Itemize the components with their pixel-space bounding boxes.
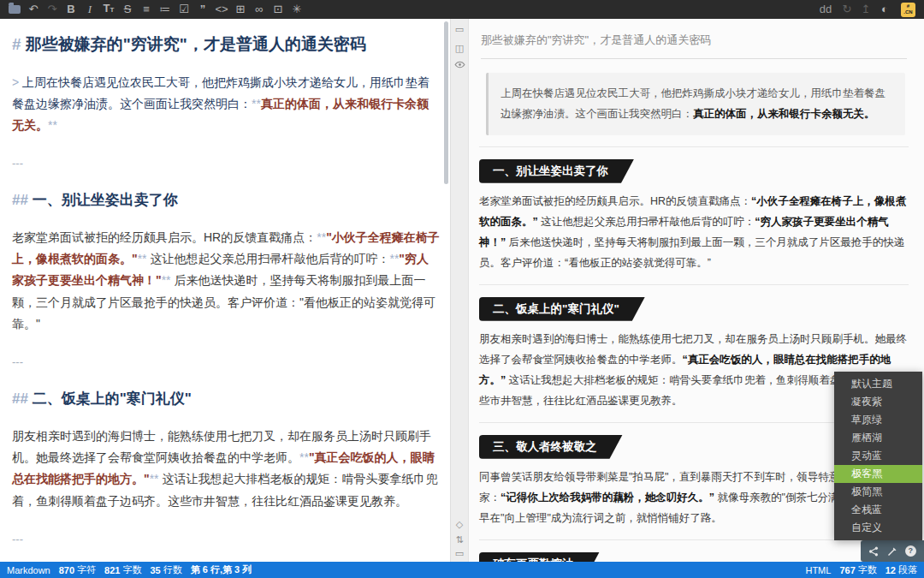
status-cursor-position: 第 6 行,第 3 列 [191,563,252,576]
theme-item-custom[interactable]: 自定义 [834,519,922,537]
preview-divider [479,284,909,285]
preview-section-badge-3: 三、敬人者终被敬之 [479,435,623,459]
folder-icon-shape [9,5,21,14]
folder-icon[interactable] [5,0,24,19]
theme-item-jijianhei[interactable]: 极简黑 [834,483,922,501]
single-pane-icon[interactable]: ▭ [451,24,468,34]
theme-item-jikehei-selected[interactable]: 极客黑 [834,465,922,483]
editor-heading2-2: ## 二、饭桌上的"寒门礼仪" [12,389,440,408]
share-glyph [868,546,879,557]
sync-scroll-icon[interactable]: ◇ [451,519,468,529]
theme-item-yanxihu[interactable]: 雁栖湖 [834,429,922,447]
main-split: # 那些被嫌弃的"穷讲究"，才是普通人的通关密码 > 上周在快餐店遇见位农民工大… [0,19,924,562]
status-char-count: 870 [59,565,74,575]
status-word-count: 821 [104,565,120,575]
font-size-icon[interactable]: T [99,0,118,20]
status-bar: Markdown 870字符 821字数 35行数 第 6 行,第 3 列 HT… [0,562,924,578]
redo-icon[interactable]: ↷ [43,0,62,19]
preview-title: 那些被嫌弃的"穷讲究"，才是普通人的通关密码 [481,33,907,59]
status-line-count: 35 [150,565,160,575]
status-left-mode: Markdown [7,565,50,575]
status-char-label: 字符 [77,563,96,576]
theme-item-ningyezi[interactable]: 凝夜紫 [834,393,922,411]
editor-scrollbar[interactable] [444,21,448,184]
help-icon[interactable]: ? [905,545,916,557]
preview-divider [479,146,909,147]
status-right: HTML 767字数 12段落 [805,563,917,576]
editor-hr-marker: --- [12,533,440,545]
editor-blockquote: > 上周在快餐店遇见位农民工大哥，他把炸鸡撕成小块才递给女儿，用纸巾垫着餐盘边缘… [12,72,440,137]
panel-divider: ▭ ◫ ◇ ⇅ ▭ [450,19,469,562]
ordered-list-icon[interactable]: ≔ [156,0,175,19]
preview-eye-icon[interactable] [451,60,468,70]
preview-section-badge-1: 一、别让坐姿出卖了你 [479,159,634,183]
theme-item-quanzhanlan[interactable]: 全栈蓝 [834,501,922,519]
eye-glyph [454,61,465,69]
floating-toolbar: ? [861,540,924,562]
status-paragraph-count: 12 [886,565,896,575]
theme-item-default[interactable]: 默认主题 [834,375,922,393]
status-right-mode: HTML [805,565,831,575]
undo-icon[interactable]: ↶ [24,0,43,19]
focus-mode-icon[interactable]: ▭ [451,548,468,558]
ai-assistant-icon[interactable]: ✳ [287,0,306,19]
theme-item-caoyuanlv[interactable]: 草原绿 [834,411,922,429]
toolbar: ↶ ↷ B I T S ≡ ≔ ☑ ” <> ⊞ ∞ ⊡ ✳ dd ↻ ↥ ◐ … [0,0,924,19]
split-view-icon[interactable]: ◫ [451,43,468,53]
status-left: Markdown 870字符 821字数 35行数 第 6 行,第 3 列 [7,563,252,576]
tools-glyph [887,546,897,557]
status-html-word-count: 767 [839,565,855,575]
swap-panes-icon[interactable]: ⇅ [451,534,468,545]
link-icon[interactable]: ∞ [250,0,269,19]
status-html-word-label: 字数 [858,563,877,576]
status-line-label: 行数 [163,563,182,576]
strikethrough-icon[interactable]: S [118,0,137,19]
code-icon[interactable]: <> [212,0,231,19]
app-logo-line2: .CN [903,9,912,15]
editor-heading2-1: ## 一、别让坐姿出卖了你 [12,190,440,210]
preview-paragraph-1: 老家堂弟面试被拒的经历颇具启示。HR的反馈直戳痛点：“小伙子全程瘫在椅子上，像根… [479,191,909,273]
theme-item-lingdonglan[interactable]: 灵动蓝 [834,447,922,465]
markdown-source-editor[interactable]: # 那些被嫌弃的"穷讲究"，才是普通人的通关密码 > 上周在快餐店遇见位农民工大… [0,19,450,562]
format-dd-button[interactable]: dd [814,0,838,19]
theme-dropdown-menu: 默认主题 凝夜紫 草原绿 雁栖湖 灵动蓝 极客黑 极简黑 全栈蓝 自定义 [834,372,922,540]
preview-section-badge-4: 破车更要勤擦油 [479,552,600,562]
editor-paragraph-1: 老家堂弟面试被拒的经历颇具启示。HR的反馈直戳痛点：**"小伙子全程瘫在椅子上，… [12,227,440,335]
app-logo[interactable]: # .CN [901,3,915,17]
editor-hr-marker: --- [12,355,440,368]
bullet-list-icon[interactable]: ≡ [137,0,156,19]
refresh-icon[interactable]: ↻ [838,0,856,19]
status-paragraph-label: 段落 [898,563,917,576]
editor-heading1: # 那些被嫌弃的"穷讲究"，才是普通人的通关密码 [12,33,440,57]
help-glyph: ? [905,545,916,557]
bold-icon[interactable]: B [62,0,80,19]
editor-paragraph-2: 朋友相亲时遇到的海归博士，能熟练使用七把刀叉，却在服务员上汤时只顾刷手机。她最终… [12,426,440,512]
preview-section-badge-2: 二、饭桌上的"寒门礼仪" [479,297,645,321]
dark-mode-toggle-icon[interactable]: ◐ [875,0,894,19]
upload-icon[interactable]: ↥ [856,0,875,19]
editor-hr-marker: --- [12,157,440,170]
italic-icon[interactable]: I [80,0,99,19]
quote-icon[interactable]: ” [193,0,212,19]
tools-icon[interactable] [887,546,897,557]
task-list-icon[interactable]: ☑ [175,0,193,19]
table-icon[interactable]: ⊞ [231,0,250,19]
status-word-label: 字数 [122,563,141,576]
image-icon[interactable]: ⊡ [269,0,287,19]
app-logo-line1: # [907,3,909,9]
preview-blockquote: 上周在快餐店遇见位农民工大哥，他把炸鸡撕成小块才递给女儿，用纸巾垫着餐盘边缘擦净… [486,73,905,135]
share-icon[interactable] [868,546,879,557]
